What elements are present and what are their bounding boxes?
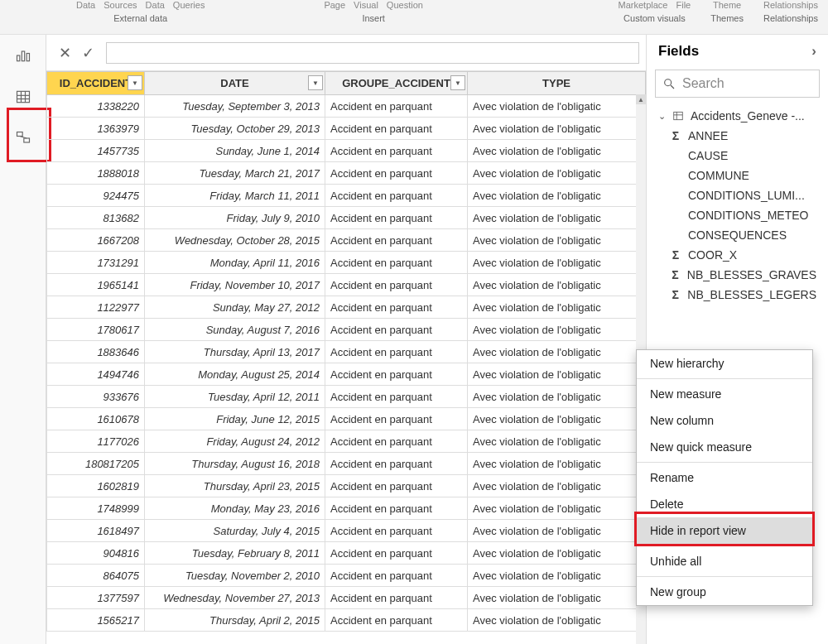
ribbon-group-label: Relationships (763, 13, 818, 23)
cell-date: Friday, August 24, 2012 (145, 430, 325, 453)
ribbon-item[interactable]: File (676, 0, 691, 10)
table-row[interactable]: 1363979Tuesday, October 29, 2013Accident… (47, 118, 646, 140)
context-menu-item[interactable]: New quick measure (637, 434, 812, 460)
field-item[interactable]: CONDITIONS_METEO (647, 205, 828, 225)
context-menu-item[interactable]: Unhide all (637, 548, 812, 574)
cell-group: Accident en parquant (325, 408, 468, 430)
column-header-id[interactable]: ID_ACCIDENT ▼ (47, 72, 145, 95)
cell-date: Friday, June 12, 2015 (145, 408, 325, 430)
table-row[interactable]: 180817205Thursday, August 16, 2018Accide… (47, 453, 646, 475)
field-item[interactable]: COMMUNE (647, 166, 828, 185)
table-row[interactable]: 1883646Thursday, April 13, 2017Accident … (47, 341, 646, 363)
context-menu-item[interactable]: Delete (637, 491, 812, 517)
fields-search[interactable]: Search (655, 70, 820, 98)
table-row[interactable]: 1494746Monday, August 25, 2014Accident e… (47, 363, 646, 386)
formula-input[interactable] (106, 42, 639, 64)
cell-group: Accident en parquant (325, 587, 468, 609)
cell-id: 813682 (47, 207, 145, 229)
formula-bar: ✕ ✓ (46, 35, 646, 71)
table-row[interactable]: 864075Tuesday, November 2, 2010Accident … (47, 565, 646, 587)
context-menu-item[interactable]: Hide in report view (637, 517, 812, 544)
table-row[interactable]: 1122977Sunday, May 27, 2012Accident en p… (47, 296, 646, 319)
cell-type: Avec violation de l'obligatic (468, 363, 646, 386)
table-row[interactable]: 924475Friday, March 11, 2011Accident en … (47, 185, 646, 207)
cell-type: Avec violation de l'obligatic (468, 252, 646, 274)
field-item[interactable]: CONDITIONS_LUMI... (647, 185, 828, 205)
svg-rect-0 (17, 55, 19, 61)
cell-id: 1883646 (47, 341, 145, 363)
column-header-group[interactable]: GROUPE_ACCIDENT ▼ (325, 72, 468, 95)
field-label: CAUSE (688, 149, 728, 162)
field-item[interactable]: ΣNB_BLESSES_LEGERS (647, 285, 828, 305)
table-row[interactable]: 813682Friday, July 9, 2010Accident en pa… (47, 207, 646, 229)
field-item[interactable]: ΣNB_BLESSES_GRAVES (647, 265, 828, 285)
ribbon-group-external-data: Data Sources Data Queries External data (66, 0, 214, 34)
cell-date: Wednesday, October 28, 2015 (145, 229, 325, 252)
column-header-type[interactable]: TYPE (468, 72, 646, 95)
ribbon-item[interactable]: Data (146, 0, 165, 10)
cancel-icon[interactable]: ✕ (53, 41, 76, 65)
cell-group: Accident en parquant (325, 319, 468, 341)
context-menu-item[interactable]: New column (637, 407, 812, 434)
menu-separator (637, 545, 812, 546)
table-row[interactable]: 1780617Sunday, August 7, 2016Accident en… (47, 319, 646, 341)
table-row[interactable]: 1177026Friday, August 24, 2012Accident e… (47, 430, 646, 453)
cell-id: 180817205 (47, 453, 145, 475)
ribbon-item[interactable]: Question (387, 0, 423, 10)
filter-dropdown-icon[interactable]: ▼ (128, 75, 142, 90)
ribbon-item[interactable]: Visual (354, 0, 378, 10)
table-row[interactable]: 1602819Thursday, April 23, 2015Accident … (47, 475, 646, 497)
field-item[interactable]: CONSEQUENCES (647, 225, 828, 245)
ribbon-item[interactable]: Data (76, 0, 95, 10)
cell-id: 1965141 (47, 274, 145, 296)
table-row[interactable]: 1731291Monday, April 11, 2016Accident en… (47, 252, 646, 274)
ribbon-item[interactable]: Theme (713, 0, 741, 10)
context-menu-item[interactable]: New group (637, 579, 812, 605)
context-menu-item[interactable]: New hierarchy (637, 350, 812, 377)
cell-type: Avec violation de l'obligatic (468, 341, 646, 363)
table-row[interactable]: 1338220Tuesday, September 3, 2013Acciden… (47, 95, 646, 118)
chevron-right-icon[interactable]: › (811, 43, 816, 60)
ribbon-group-themes: Theme Themes (700, 0, 753, 34)
menu-separator (637, 462, 812, 463)
filter-dropdown-icon[interactable]: ▼ (450, 75, 465, 90)
table-row[interactable]: 933676Tuesday, April 12, 2011Accident en… (47, 386, 646, 408)
cell-group: Accident en parquant (325, 118, 468, 140)
model-view-icon[interactable] (10, 127, 36, 149)
context-menu-item[interactable]: Rename (637, 464, 812, 491)
cell-date: Monday, August 25, 2014 (145, 363, 325, 386)
field-item[interactable]: CAUSE (647, 146, 828, 166)
table-row[interactable]: 1965141Friday, November 10, 2017Accident… (47, 274, 646, 296)
table-row[interactable]: 1457735Sunday, June 1, 2014Accident en p… (47, 140, 646, 162)
cell-group: Accident en parquant (325, 430, 468, 453)
cell-type: Avec violation de l'obligatic (468, 520, 646, 542)
table-row[interactable]: 1377597Wednesday, November 27, 2013Accid… (47, 587, 646, 609)
table-row[interactable]: 1565217Thursday, April 2, 2015Accident e… (47, 609, 646, 632)
data-view-icon[interactable] (10, 86, 36, 108)
ribbon-item[interactable]: Page (324, 0, 345, 10)
table-row[interactable]: 1618497Saturday, July 4, 2015Accident en… (47, 520, 646, 542)
fields-table-row[interactable]: ⌄ Accidents_Geneve -... (647, 106, 828, 126)
context-menu-item[interactable]: New measure (637, 381, 812, 407)
field-item[interactable]: ΣCOOR_X (647, 245, 828, 265)
filter-dropdown-icon[interactable]: ▼ (308, 75, 323, 90)
table-row[interactable]: 1748999Monday, May 23, 2016Accident en p… (47, 497, 646, 520)
cell-group: Accident en parquant (325, 274, 468, 296)
table-row[interactable]: 1888018Tuesday, March 21, 2017Accident e… (47, 162, 646, 185)
ribbon-item[interactable]: Queries (173, 0, 205, 10)
column-header-date[interactable]: DATE ▼ (145, 72, 325, 95)
scroll-up-icon[interactable]: ▲ (636, 94, 646, 104)
field-item[interactable]: ΣANNEE (647, 126, 828, 146)
report-view-icon[interactable] (10, 45, 36, 66)
table-row[interactable]: 904816Tuesday, February 8, 2011Accident … (47, 542, 646, 565)
ribbon-group-label: External data (113, 13, 167, 23)
confirm-icon[interactable]: ✓ (76, 41, 99, 65)
ribbon-item[interactable]: Sources (104, 0, 137, 10)
ribbon-item[interactable]: Relationships (763, 0, 818, 10)
search-icon (662, 77, 676, 90)
cell-id: 1667208 (47, 229, 145, 252)
ribbon-item[interactable]: Marketplace (619, 0, 668, 10)
table-row[interactable]: 1667208Wednesday, October 28, 2015Accide… (47, 229, 646, 252)
table-row[interactable]: 1610678Friday, June 12, 2015Accident en … (47, 408, 646, 430)
svg-rect-13 (674, 112, 683, 119)
